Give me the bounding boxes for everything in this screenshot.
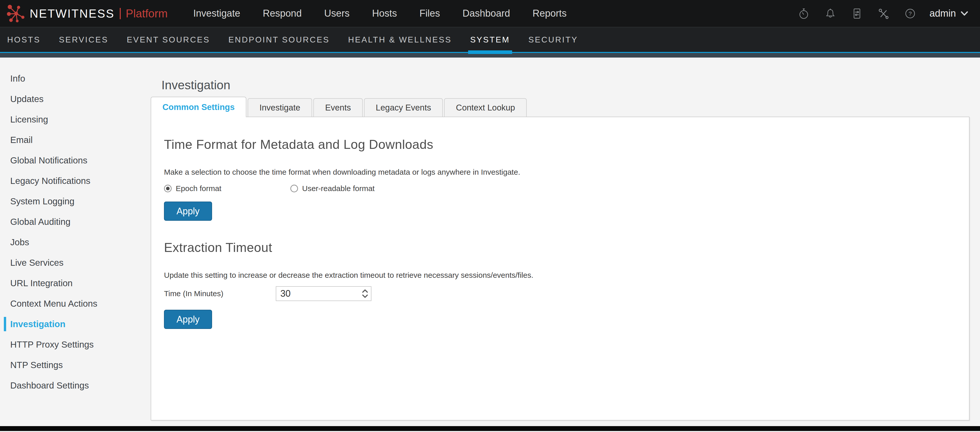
spinner-up-icon[interactable] [362,289,368,293]
sidebar-item-dashboard-settings[interactable]: Dashboard Settings [0,375,151,395]
spinner-down-icon[interactable] [362,295,368,298]
radio-selected-icon[interactable] [164,185,172,192]
time-minutes-input[interactable] [276,286,371,301]
time-format-radio-group: Epoch format User-readable format [164,184,954,193]
tab-common-settings[interactable]: Common Settings [151,97,247,117]
subnav-system[interactable]: SYSTEM [470,27,510,52]
time-format-apply-button[interactable]: Apply [164,202,212,221]
brand-separator [120,8,121,19]
topbar: NETWITNESS Platform Investigate Respond … [0,0,980,27]
extraction-timeout-description: Update this setting to increase or decre… [164,271,954,280]
radio-unselected-icon[interactable] [290,185,298,192]
netwitness-hub-icon [6,4,25,23]
user-name: admin [930,8,956,19]
preferences-icon[interactable] [851,8,863,20]
common-settings-panel: Time Format for Metadata and Log Downloa… [151,117,969,421]
notifications-icon[interactable] [824,8,837,20]
sidebar-item-investigation[interactable]: Investigation [0,314,151,334]
extraction-timeout-heading: Extraction Timeout [164,240,954,255]
sidebar-item-jobs[interactable]: Jobs [0,232,151,253]
top-nav: Investigate Respond Users Hosts Files Da… [182,8,578,19]
sidebar-item-global-auditing[interactable]: Global Auditing [0,211,151,232]
number-spinner [362,289,368,298]
tab-investigate[interactable]: Investigate [248,98,312,117]
radio-epoch-label: Epoch format [176,184,221,193]
top-nav-reports[interactable]: Reports [521,8,578,19]
sidebar-item-legacy-notifications[interactable]: Legacy Notifications [0,171,151,191]
investigation-tabs: Common Settings Investigate Events Legac… [151,97,969,117]
system-page: Info Updates Licensing Email Global Noti… [0,57,980,426]
tools-icon[interactable] [877,8,890,20]
radio-user-readable-label: User-readable format [302,184,374,193]
time-format-heading: Time Format for Metadata and Log Downloa… [164,137,954,152]
page-title: Investigation [161,78,969,92]
timer-icon[interactable] [798,8,810,20]
time-minutes-label: Time (In Minutes) [164,289,276,298]
sidebar-item-licensing[interactable]: Licensing [0,109,151,130]
subnav-endpoint-sources[interactable]: ENDPOINT SOURCES [228,27,330,52]
subnav-services[interactable]: SERVICES [59,27,108,52]
brand-product: Platform [126,7,168,20]
main-content: Investigation Common Settings Investigat… [151,57,980,426]
top-nav-hosts[interactable]: Hosts [361,8,408,19]
radio-epoch-format[interactable]: Epoch format [164,184,290,193]
tab-context-lookup[interactable]: Context Lookup [444,98,527,117]
time-format-description: Make a selection to choose the time form… [164,168,954,176]
subnav-health-wellness[interactable]: HEALTH & WELLNESS [348,27,452,52]
topbar-actions: ? admin [783,8,969,20]
time-minutes-input-wrap [276,286,371,301]
tab-events[interactable]: Events [313,98,363,117]
system-sidebar: Info Updates Licensing Email Global Noti… [0,57,151,426]
sidebar-item-context-menu-actions[interactable]: Context Menu Actions [0,293,151,314]
top-nav-respond[interactable]: Respond [251,8,313,19]
brand-name: NETWITNESS [30,6,115,21]
chevron-down-icon [961,11,968,16]
top-nav-investigate[interactable]: Investigate [182,8,251,19]
admin-subnav: HOSTS SERVICES EVENT SOURCES ENDPOINT SO… [0,27,980,53]
sidebar-item-updates[interactable]: Updates [0,89,151,109]
help-icon[interactable]: ? [904,8,916,20]
subnav-hosts[interactable]: HOSTS [7,27,40,52]
top-nav-users[interactable]: Users [313,8,361,19]
radio-user-readable-format[interactable]: User-readable format [290,184,374,193]
sidebar-item-url-integration[interactable]: URL Integration [0,273,151,293]
sidebar-item-global-notifications[interactable]: Global Notifications [0,150,151,171]
top-nav-files[interactable]: Files [408,8,451,19]
sidebar-item-live-services[interactable]: Live Services [0,253,151,273]
sidebar-item-http-proxy-settings[interactable]: HTTP Proxy Settings [0,334,151,355]
user-menu[interactable]: admin [930,8,969,19]
extraction-timeout-field-row: Time (In Minutes) [164,286,954,301]
subnav-event-sources[interactable]: EVENT SOURCES [127,27,210,52]
extraction-timeout-apply-button[interactable]: Apply [164,310,212,329]
tab-legacy-events[interactable]: Legacy Events [364,98,443,117]
top-nav-dashboard[interactable]: Dashboard [451,8,521,19]
svg-text:?: ? [908,10,912,17]
sidebar-item-ntp-settings[interactable]: NTP Settings [0,355,151,375]
bottom-bar [0,426,980,431]
sidebar-item-email[interactable]: Email [0,130,151,150]
brand: NETWITNESS Platform [6,4,167,23]
subnav-security[interactable]: SECURITY [528,27,578,52]
sidebar-item-info[interactable]: Info [0,68,151,89]
sidebar-item-system-logging[interactable]: System Logging [0,191,151,211]
